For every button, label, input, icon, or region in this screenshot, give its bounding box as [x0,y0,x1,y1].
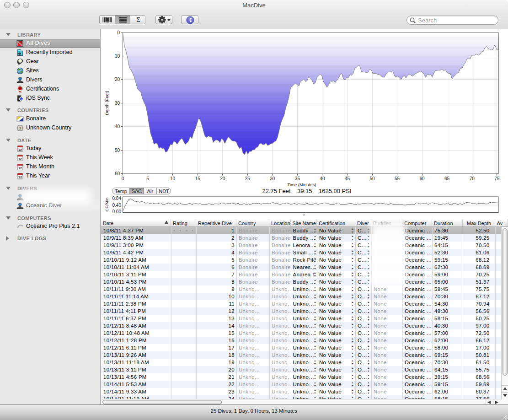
svg-text:15: 15 [195,176,201,181]
svg-text:50: 50 [115,148,120,153]
svg-text:5: 5 [146,176,149,181]
svg-text:65: 65 [444,176,450,181]
svg-text:12: 12 [18,157,22,161]
svg-text:20: 20 [220,176,225,181]
svg-text:0.84: 0.84 [112,196,122,201]
svg-text:55: 55 [395,176,400,181]
svg-text:50: 50 [369,176,375,181]
svg-text:20: 20 [115,77,120,82]
svg-text:0: 0 [122,176,124,181]
svg-text:12: 12 [18,148,22,152]
svg-text:12: 12 [18,175,22,179]
svg-text:75: 75 [494,176,500,181]
svg-text:12: 12 [18,166,22,170]
svg-text:30: 30 [270,176,275,181]
svg-text:35: 35 [295,176,300,181]
svg-text:25: 25 [245,176,251,181]
svg-text:40: 40 [320,176,325,181]
svg-text:0.40: 0.40 [112,203,122,208]
svg-text:30: 30 [115,101,120,106]
svg-text:10: 10 [115,54,120,59]
svg-text:70: 70 [470,176,475,181]
svg-text:10: 10 [170,176,176,181]
svg-text:0: 0 [117,30,120,35]
svg-text:60: 60 [420,176,425,181]
svg-text:60: 60 [115,171,120,176]
svg-text:Time (Minutes): Time (Minutes) [288,182,316,187]
svg-text:Depth (Feet): Depth (Feet) [104,91,109,115]
svg-text:0.00: 0.00 [112,209,122,214]
svg-text:45: 45 [345,176,350,181]
svg-text:CF/Min: CF/Min [104,198,109,212]
svg-text:?: ? [19,126,21,131]
svg-text:40: 40 [115,124,120,129]
